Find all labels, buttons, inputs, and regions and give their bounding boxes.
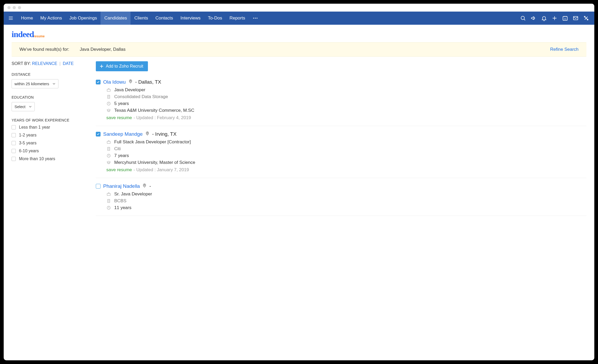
- announce-icon[interactable]: [531, 15, 536, 21]
- experience-option[interactable]: 1-2 years: [12, 133, 88, 138]
- svg-point-6: [521, 16, 525, 20]
- results-label: We've found result(s) for:: [19, 47, 69, 52]
- window-zoom-dot[interactable]: [18, 6, 21, 9]
- candidate-experience: 5 years: [114, 101, 129, 106]
- filter-distance: DISTANCE within 25 kilometers: [12, 72, 88, 88]
- nav-right-icons: 31: [520, 15, 592, 21]
- indeed-logo: indeed resume: [12, 29, 44, 39]
- checkbox-icon: [12, 125, 16, 129]
- sort-date-link[interactable]: DATE: [63, 61, 73, 66]
- experience-option-label: Less than 1 year: [19, 125, 50, 130]
- add-button-label: Add to Zoho Recruit: [106, 64, 143, 69]
- building-icon: [106, 147, 111, 151]
- candidate-company: BCBS: [114, 198, 126, 204]
- nav-item-interviews[interactable]: Interviews: [177, 12, 205, 25]
- nav-item-job-openings[interactable]: Job Openings: [66, 12, 101, 25]
- experience-option[interactable]: 6-10 years: [12, 149, 88, 153]
- svg-point-19: [130, 80, 131, 81]
- svg-text:31: 31: [564, 18, 566, 20]
- mail-icon[interactable]: [573, 15, 579, 21]
- checkbox-icon: [12, 133, 16, 137]
- candidate-company: Citi: [114, 146, 121, 151]
- candidate-checkbox[interactable]: [96, 184, 101, 189]
- nav-item-contacts[interactable]: Contacts: [152, 12, 177, 25]
- chevron-down-icon: [52, 82, 56, 86]
- clock-icon: [106, 102, 111, 106]
- filter-experience: YEARS OF WORK EXPERIENCE Less than 1 yea…: [12, 118, 88, 161]
- experience-option[interactable]: 3-5 years: [12, 141, 88, 145]
- education-select-value: Select: [14, 104, 26, 109]
- briefcase-icon: [106, 140, 111, 144]
- search-icon[interactable]: [520, 15, 526, 21]
- education-select[interactable]: Select: [12, 102, 35, 111]
- bell-icon[interactable]: [541, 15, 547, 21]
- svg-rect-30: [107, 141, 110, 143]
- plus-icon[interactable]: [552, 15, 557, 21]
- candidate-location: - Irving, TX: [152, 131, 177, 137]
- svg-point-39: [144, 185, 145, 185]
- filter-distance-label: DISTANCE: [12, 72, 88, 77]
- candidate-card: Phaniraj Nadella-Sr. Java DeveloperBCBS1…: [96, 178, 586, 216]
- sort-relevance-link[interactable]: RELEVANCE: [32, 61, 57, 66]
- svg-rect-41: [108, 199, 110, 203]
- candidate-education: Texas A&M University Commerce, M.SC: [114, 108, 194, 113]
- results-bar: We've found result(s) for: Java Develope…: [12, 42, 586, 57]
- svg-rect-40: [107, 193, 110, 195]
- candidate-name-link[interactable]: Phaniraj Nadella: [103, 183, 140, 189]
- candidate-checkbox[interactable]: [96, 132, 101, 136]
- window-titlebar: [4, 4, 594, 12]
- content-area: indeed resume We've found result(s) for:…: [4, 25, 594, 360]
- results-main: Add to Zoho Recruit Ola Idowu- Dallas, T…: [96, 61, 586, 216]
- refine-search-link[interactable]: Refine Search: [550, 47, 579, 52]
- candidate-experience: 11 years: [114, 205, 131, 210]
- distance-select[interactable]: within 25 kilometers: [12, 79, 58, 88]
- nav-item-reports[interactable]: Reports: [226, 12, 249, 25]
- tools-icon[interactable]: [583, 15, 589, 21]
- nav-item-my-actions[interactable]: My Actions: [37, 12, 66, 25]
- svg-rect-20: [107, 89, 110, 91]
- candidate-name-link[interactable]: Ola Idowu: [103, 79, 126, 85]
- nav-item-clients[interactable]: Clients: [131, 12, 152, 25]
- filters-sidebar: SORT BY: RELEVANCE | DATE DISTANCE withi…: [12, 61, 88, 168]
- svg-point-29: [147, 133, 148, 133]
- graduation-icon: [106, 160, 111, 165]
- candidate-location: - Dallas, TX: [135, 79, 161, 85]
- candidate-experience: 7 years: [114, 153, 129, 158]
- candidate-list: Ola Idowu- Dallas, TXJava DeveloperConso…: [96, 77, 586, 216]
- candidate-checkbox[interactable]: [96, 80, 101, 84]
- app-window: HomeMy ActionsJob OpeningsCandidatesClie…: [4, 4, 594, 360]
- nav-item-to-dos[interactable]: To-Dos: [204, 12, 226, 25]
- briefcase-icon: [106, 88, 111, 92]
- candidate-title: Full Stack Java Developer [Contractor]: [114, 139, 191, 145]
- nav-item-candidates[interactable]: Candidates: [101, 12, 131, 25]
- calendar-icon[interactable]: 31: [562, 15, 568, 21]
- svg-rect-21: [108, 95, 110, 98]
- experience-option-label: 3-5 years: [19, 141, 37, 145]
- window-close-dot[interactable]: [7, 6, 11, 9]
- candidate-title: Java Developer: [114, 87, 145, 93]
- filter-education-label: EDUCATION: [12, 95, 88, 99]
- building-icon: [106, 95, 111, 99]
- save-resume-link[interactable]: save resume: [106, 167, 132, 173]
- chevron-down-icon: [29, 104, 32, 109]
- candidate-card: Sandeep Mandge- Irving, TXFull Stack Jav…: [96, 126, 586, 178]
- candidate-name-link[interactable]: Sandeep Mandge: [103, 131, 143, 137]
- distance-select-value: within 25 kilometers: [14, 82, 49, 86]
- experience-option[interactable]: More than 10 years: [12, 156, 88, 161]
- save-resume-link[interactable]: save resume: [106, 115, 132, 120]
- candidate-company: Consolidated Data Storage: [114, 94, 168, 99]
- window-minimize-dot[interactable]: [13, 6, 16, 9]
- menu-icon[interactable]: [6, 14, 15, 23]
- svg-point-5: [257, 18, 258, 19]
- svg-line-7: [524, 19, 525, 20]
- clock-icon: [106, 206, 111, 210]
- top-nav: HomeMy ActionsJob OpeningsCandidatesClie…: [4, 12, 594, 25]
- experience-option[interactable]: Less than 1 year: [12, 125, 88, 130]
- sort-separator: |: [59, 61, 61, 66]
- experience-option-label: 6-10 years: [19, 149, 39, 153]
- nav-more-icon[interactable]: [249, 15, 262, 21]
- add-to-zoho-button[interactable]: Add to Zoho Recruit: [96, 61, 148, 71]
- checkbox-icon: [12, 149, 16, 153]
- nav-item-home[interactable]: Home: [17, 12, 37, 25]
- building-icon: [106, 199, 111, 203]
